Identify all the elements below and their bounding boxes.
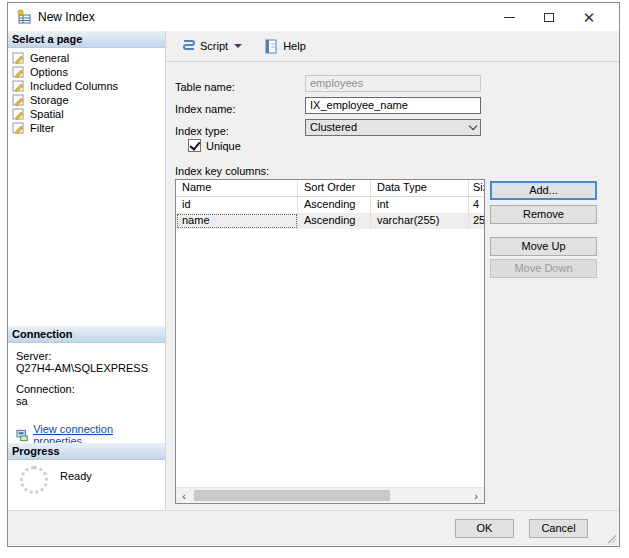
scroll-left-icon[interactable]: ‹: [176, 488, 192, 503]
select-a-page-header: Select a page: [8, 31, 165, 48]
sidebar: Select a page General Options Included C…: [8, 31, 166, 510]
resize-grip[interactable]: [608, 535, 616, 543]
index-type-value: Clustered: [310, 121, 357, 134]
connection-properties-icon: [16, 429, 29, 442]
cell-name: id: [176, 197, 298, 213]
index-key-columns-label: Index key columns:: [175, 165, 269, 177]
scrollbar-thumb[interactable]: [194, 490, 390, 501]
cell-sort-order: Ascending: [298, 197, 371, 213]
ok-button[interactable]: OK: [455, 519, 514, 538]
remove-button[interactable]: Remove: [490, 205, 597, 224]
column-header-data-type[interactable]: Data Type: [371, 180, 469, 196]
horizontal-scrollbar[interactable]: ‹ ›: [176, 487, 484, 503]
index-name-input[interactable]: IX_employee_name: [305, 97, 481, 114]
cancel-button[interactable]: Cancel: [529, 519, 588, 538]
table-row[interactable]: id Ascending int 4: [176, 197, 484, 213]
unique-checkbox-row: Unique: [188, 139, 241, 152]
page-icon: [12, 52, 26, 64]
sidebar-item-label: Spatial: [30, 108, 64, 120]
help-button[interactable]: Help: [260, 37, 310, 56]
connection-header: Connection: [8, 326, 165, 343]
index-type-select[interactable]: Clustered: [305, 119, 481, 136]
sidebar-item-label: General: [30, 52, 69, 64]
cell-name: name: [176, 213, 298, 229]
page-icon: [12, 108, 26, 120]
unique-checkbox[interactable]: [188, 139, 201, 152]
page-icon: [12, 66, 26, 78]
scroll-right-icon[interactable]: ›: [468, 488, 484, 503]
sidebar-item-filter[interactable]: Filter: [8, 121, 165, 135]
progress-spinner-icon: [20, 466, 48, 494]
index-icon: [16, 9, 32, 25]
sidebar-item-general[interactable]: General: [8, 51, 165, 65]
close-icon: ✕: [583, 10, 596, 25]
sidebar-item-options[interactable]: Options: [8, 65, 165, 79]
script-icon: [180, 38, 196, 54]
sidebar-item-label: Filter: [30, 122, 54, 134]
sidebar-item-storage[interactable]: Storage: [8, 93, 165, 107]
table-name-label: Table name:: [175, 81, 235, 93]
column-header-sort-order[interactable]: Sort Order: [298, 180, 371, 196]
connection-label: Connection:: [16, 383, 157, 395]
table-row-selected[interactable]: name Ascending varchar(255) 255: [176, 213, 484, 229]
cell-size: 255: [469, 213, 484, 229]
cell-data-type: int: [371, 197, 469, 213]
chevron-down-icon: [469, 122, 477, 130]
page-nav-list: General Options Included Columns Storage…: [8, 48, 165, 135]
sidebar-item-label: Storage: [30, 94, 69, 106]
index-key-columns-grid: Name Sort Order Data Type Size id Ascend…: [175, 179, 485, 504]
cell-sort-order: Ascending: [298, 213, 371, 229]
column-header-name[interactable]: Name: [176, 180, 298, 196]
help-icon: [264, 39, 279, 54]
sidebar-item-included-columns[interactable]: Included Columns: [8, 79, 165, 93]
main-panel: Script Help Table name: employees Index …: [166, 31, 619, 510]
connection-value: sa: [16, 395, 157, 407]
server-value: Q27H4-AM\SQLEXPRESS: [16, 362, 157, 374]
page-icon: [12, 94, 26, 106]
minimize-button[interactable]: [495, 6, 523, 28]
maximize-button[interactable]: [535, 6, 563, 28]
column-header-size[interactable]: Size: [469, 180, 484, 196]
unique-label: Unique: [206, 140, 241, 152]
move-up-button[interactable]: Move Up: [490, 237, 597, 256]
progress-status: Ready: [60, 470, 92, 482]
add-button[interactable]: Add...: [490, 181, 597, 200]
window-controls: ✕: [495, 6, 619, 28]
footer: OK Cancel: [8, 510, 619, 546]
maximize-icon: [544, 13, 554, 22]
window-title: New Index: [38, 10, 95, 24]
script-dropdown-icon: [234, 44, 242, 48]
title-bar: New Index ✕: [8, 3, 619, 31]
minimize-icon: [504, 17, 515, 18]
index-type-label: Index type:: [175, 125, 229, 137]
grid-header-row: Name Sort Order Data Type Size: [176, 180, 484, 197]
help-label: Help: [283, 40, 306, 52]
page-icon: [12, 122, 26, 134]
script-label: Script: [200, 40, 228, 52]
toolbar: Script Help: [166, 31, 619, 62]
page-icon: [12, 80, 26, 92]
sidebar-item-label: Included Columns: [30, 80, 118, 92]
script-button[interactable]: Script: [176, 36, 246, 56]
progress-header: Progress: [8, 443, 165, 460]
new-index-dialog: New Index ✕ Select a page General Option…: [7, 2, 620, 547]
progress-section: Progress Ready: [8, 443, 165, 494]
sidebar-item-spatial[interactable]: Spatial: [8, 107, 165, 121]
sidebar-item-label: Options: [30, 66, 68, 78]
move-down-button[interactable]: Move Down: [490, 259, 597, 278]
cell-data-type: varchar(255): [371, 213, 469, 229]
index-name-label: Index name:: [175, 103, 236, 115]
table-name-field: employees: [305, 75, 481, 92]
close-button[interactable]: ✕: [575, 6, 603, 28]
cell-size: 4: [469, 197, 484, 213]
server-label: Server:: [16, 350, 157, 362]
connection-section: Connection Server: Q27H4-AM\SQLEXPRESS C…: [8, 326, 165, 447]
scrollbar-track[interactable]: [192, 488, 468, 503]
